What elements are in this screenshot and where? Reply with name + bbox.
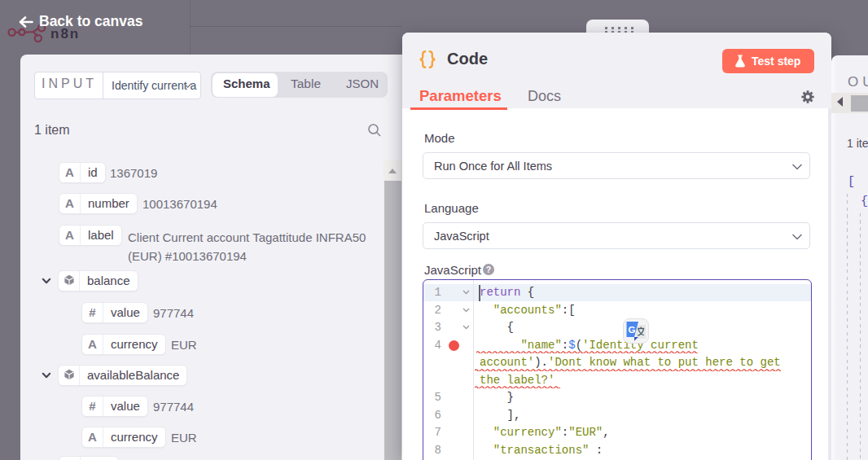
svg-text:G: G — [629, 325, 636, 335]
